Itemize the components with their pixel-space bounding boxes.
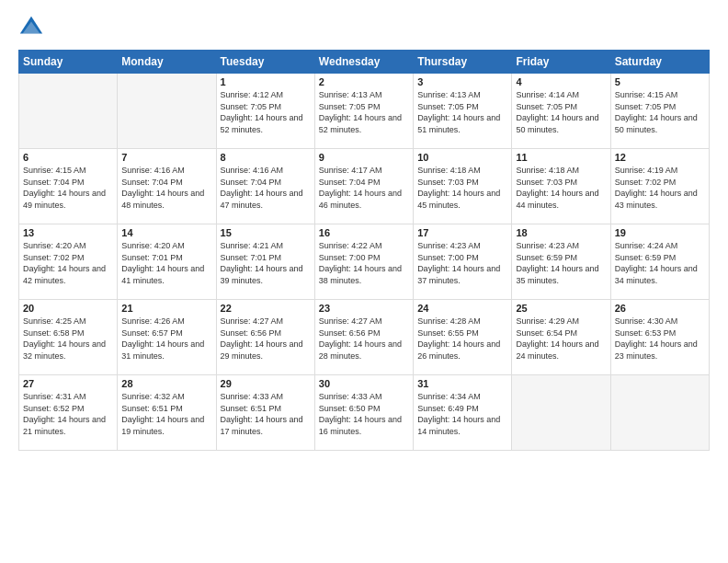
day-number: 3 [417,76,507,87]
day-info: Sunrise: 4:13 AMSunset: 7:05 PMDaylight:… [319,89,409,135]
logo-icon [18,15,44,40]
day-info: Sunrise: 4:17 AMSunset: 7:04 PMDaylight:… [319,165,409,211]
day-number: 27 [23,378,113,389]
calendar-header-row: SundayMondayTuesdayWednesdayThursdayFrid… [19,51,710,74]
day-number: 13 [23,227,113,238]
day-number: 16 [319,227,409,238]
calendar-week-row: 6Sunrise: 4:15 AMSunset: 7:04 PMDaylight… [19,149,710,224]
weekday-header: Thursday [414,51,512,74]
calendar-cell: 23Sunrise: 4:27 AMSunset: 6:56 PMDayligh… [314,300,413,375]
calendar-cell: 9Sunrise: 4:17 AMSunset: 7:04 PMDaylight… [314,149,413,224]
day-info: Sunrise: 4:33 AMSunset: 6:51 PMDaylight:… [221,391,311,437]
calendar-cell: 18Sunrise: 4:23 AMSunset: 6:59 PMDayligh… [512,224,610,300]
day-number: 10 [417,152,507,163]
day-number: 9 [319,152,409,163]
day-info: Sunrise: 4:26 AMSunset: 6:57 PMDaylight:… [121,316,211,362]
day-info: Sunrise: 4:18 AMSunset: 7:03 PMDaylight:… [417,165,507,211]
calendar-week-row: 20Sunrise: 4:25 AMSunset: 6:58 PMDayligh… [19,300,710,375]
day-info: Sunrise: 4:33 AMSunset: 6:50 PMDaylight:… [319,391,409,437]
calendar-cell: 14Sunrise: 4:20 AMSunset: 7:01 PMDayligh… [118,224,216,300]
day-number: 31 [417,378,507,389]
day-info: Sunrise: 4:32 AMSunset: 6:51 PMDaylight:… [121,391,211,437]
day-number: 6 [23,152,113,163]
day-number: 8 [221,152,311,163]
day-info: Sunrise: 4:34 AMSunset: 6:49 PMDaylight:… [417,391,507,437]
calendar-cell: 2Sunrise: 4:13 AMSunset: 7:05 PMDaylight… [314,74,413,149]
calendar-cell: 25Sunrise: 4:29 AMSunset: 6:54 PMDayligh… [512,300,610,375]
calendar-cell: 11Sunrise: 4:18 AMSunset: 7:03 PMDayligh… [512,149,610,224]
weekday-header: Friday [512,51,610,74]
day-number: 11 [516,152,606,163]
calendar-cell: 20Sunrise: 4:25 AMSunset: 6:58 PMDayligh… [19,300,118,375]
calendar-cell: 24Sunrise: 4:28 AMSunset: 6:55 PMDayligh… [414,300,512,375]
calendar-cell: 8Sunrise: 4:16 AMSunset: 7:04 PMDaylight… [216,149,314,224]
day-number: 4 [516,76,606,87]
day-info: Sunrise: 4:28 AMSunset: 6:55 PMDaylight:… [417,316,507,362]
calendar-cell: 22Sunrise: 4:27 AMSunset: 6:56 PMDayligh… [216,300,314,375]
calendar-cell: 7Sunrise: 4:16 AMSunset: 7:04 PMDaylight… [118,149,216,224]
day-number: 28 [121,378,211,389]
calendar-cell: 31Sunrise: 4:34 AMSunset: 6:49 PMDayligh… [414,375,512,451]
calendar-cell: 13Sunrise: 4:20 AMSunset: 7:02 PMDayligh… [19,224,118,300]
weekday-header: Sunday [19,51,118,74]
day-info: Sunrise: 4:15 AMSunset: 7:05 PMDaylight:… [615,89,705,135]
calendar-cell [118,74,216,149]
day-info: Sunrise: 4:24 AMSunset: 6:59 PMDaylight:… [615,240,705,286]
day-number: 2 [319,76,409,87]
day-number: 12 [615,152,705,163]
calendar-cell: 5Sunrise: 4:15 AMSunset: 7:05 PMDaylight… [610,74,709,149]
calendar-cell: 17Sunrise: 4:23 AMSunset: 7:00 PMDayligh… [414,224,512,300]
weekday-header: Saturday [610,51,709,74]
day-number: 24 [417,303,507,314]
calendar-cell: 29Sunrise: 4:33 AMSunset: 6:51 PMDayligh… [216,375,314,451]
calendar-cell: 15Sunrise: 4:21 AMSunset: 7:01 PMDayligh… [216,224,314,300]
day-info: Sunrise: 4:20 AMSunset: 7:02 PMDaylight:… [23,240,113,286]
day-info: Sunrise: 4:30 AMSunset: 6:53 PMDaylight:… [615,316,705,362]
calendar-cell: 10Sunrise: 4:18 AMSunset: 7:03 PMDayligh… [414,149,512,224]
day-info: Sunrise: 4:14 AMSunset: 7:05 PMDaylight:… [516,89,606,135]
calendar-cell: 4Sunrise: 4:14 AMSunset: 7:05 PMDaylight… [512,74,610,149]
day-info: Sunrise: 4:18 AMSunset: 7:03 PMDaylight:… [516,165,606,211]
calendar-table: SundayMondayTuesdayWednesdayThursdayFrid… [18,50,710,451]
weekday-header: Tuesday [216,51,314,74]
day-info: Sunrise: 4:27 AMSunset: 6:56 PMDaylight:… [319,316,409,362]
calendar-week-row: 1Sunrise: 4:12 AMSunset: 7:05 PMDaylight… [19,74,710,149]
calendar-cell: 1Sunrise: 4:12 AMSunset: 7:05 PMDaylight… [216,74,314,149]
day-number: 17 [417,227,507,238]
calendar-cell: 21Sunrise: 4:26 AMSunset: 6:57 PMDayligh… [118,300,216,375]
day-number: 22 [221,303,311,314]
day-number: 5 [615,76,705,87]
calendar-cell: 12Sunrise: 4:19 AMSunset: 7:02 PMDayligh… [610,149,709,224]
calendar-cell: 26Sunrise: 4:30 AMSunset: 6:53 PMDayligh… [610,300,709,375]
logo [18,15,48,40]
calendar-cell: 3Sunrise: 4:13 AMSunset: 7:05 PMDaylight… [414,74,512,149]
calendar-cell: 6Sunrise: 4:15 AMSunset: 7:04 PMDaylight… [19,149,118,224]
day-number: 15 [221,227,311,238]
day-number: 29 [221,378,311,389]
day-number: 20 [23,303,113,314]
day-info: Sunrise: 4:22 AMSunset: 7:00 PMDaylight:… [319,240,409,286]
day-info: Sunrise: 4:20 AMSunset: 7:01 PMDaylight:… [121,240,211,286]
day-number: 25 [516,303,606,314]
day-info: Sunrise: 4:23 AMSunset: 7:00 PMDaylight:… [417,240,507,286]
day-info: Sunrise: 4:21 AMSunset: 7:01 PMDaylight:… [221,240,311,286]
day-number: 7 [121,152,211,163]
calendar-cell: 16Sunrise: 4:22 AMSunset: 7:00 PMDayligh… [314,224,413,300]
day-info: Sunrise: 4:13 AMSunset: 7:05 PMDaylight:… [417,89,507,135]
day-number: 14 [121,227,211,238]
day-info: Sunrise: 4:16 AMSunset: 7:04 PMDaylight:… [121,165,211,211]
day-number: 23 [319,303,409,314]
calendar-week-row: 27Sunrise: 4:31 AMSunset: 6:52 PMDayligh… [19,375,710,451]
day-info: Sunrise: 4:27 AMSunset: 6:56 PMDaylight:… [221,316,311,362]
calendar-cell [610,375,709,451]
calendar-cell: 27Sunrise: 4:31 AMSunset: 6:52 PMDayligh… [19,375,118,451]
day-number: 1 [221,76,311,87]
weekday-header: Monday [118,51,216,74]
calendar-cell: 30Sunrise: 4:33 AMSunset: 6:50 PMDayligh… [314,375,413,451]
day-number: 19 [615,227,705,238]
day-info: Sunrise: 4:23 AMSunset: 6:59 PMDaylight:… [516,240,606,286]
day-number: 30 [319,378,409,389]
calendar-week-row: 13Sunrise: 4:20 AMSunset: 7:02 PMDayligh… [19,224,710,300]
day-info: Sunrise: 4:16 AMSunset: 7:04 PMDaylight:… [221,165,311,211]
weekday-header: Wednesday [314,51,413,74]
